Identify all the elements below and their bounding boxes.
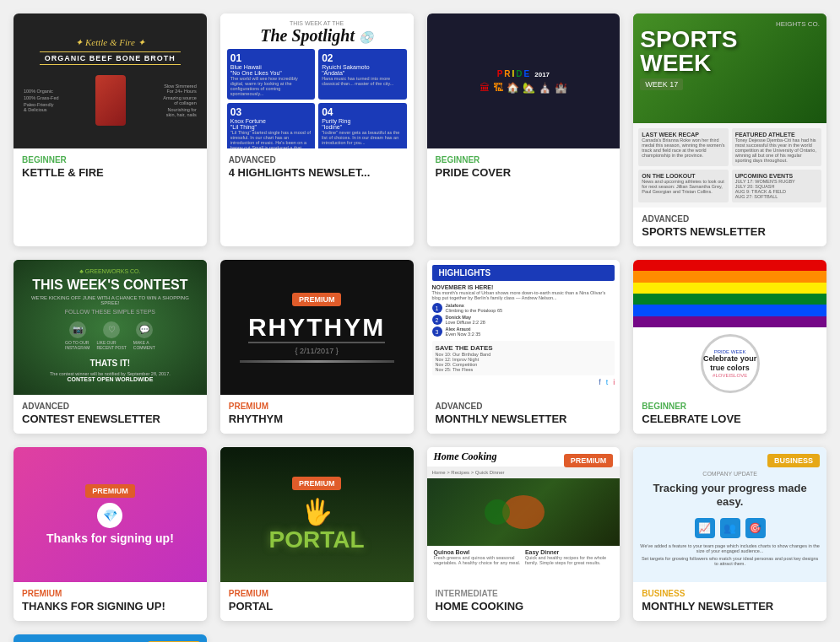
monthly-header: HIGHLIGHTS xyxy=(432,265,615,281)
contest-action-label-3: MAKE ACOMMENT xyxy=(133,340,155,350)
card-progress[interactable]: BUSINESS COMPANY UPDATE Tracking your pr… xyxy=(633,447,826,621)
pride-icons-row: 🏛 🏗 🏠 🏡 ⛪ 🏰 xyxy=(480,82,567,94)
card-info-monthly: ADVANCED MONTHLY NEWSLETTER xyxy=(427,395,621,434)
spotlight-num-1: 01 xyxy=(230,52,312,64)
sports-sections-grid: LAST WEEK RECAP Canada's Brianna Roke wo… xyxy=(638,128,821,202)
rhythym-bar xyxy=(240,360,394,363)
stripe-green xyxy=(633,294,826,305)
contest-comment-icon: 💬 xyxy=(136,321,153,338)
card-info-celebrate: BEGINNER CELEBRATE LOVE xyxy=(633,395,826,434)
card-title-spotlight: 4 HIGHLIGHTS NEWSLET... xyxy=(229,166,405,179)
sports-section-recap-title: LAST WEEK RECAP xyxy=(642,132,724,138)
stripe-orange xyxy=(633,271,826,282)
card-level-sports: ADVANCED xyxy=(642,214,818,224)
sports-section-athlete-title: FEATURED ATHLETE xyxy=(735,132,818,138)
card-info-progress: BUSINESS MONTHLY NEWSLETTER xyxy=(633,582,826,621)
thumbnail-sports: HEIGHTS CO. SPORTSWEEK WEEK 17 xyxy=(633,13,826,123)
template-grid: ✦ Kettle & Fire ✦ ORGANIC BEEF BONE BROT… xyxy=(14,13,826,642)
contest-steps-label: FOLLOW THESE SIMPLE STEPS xyxy=(65,309,155,315)
badge-cooking: PREMIUM xyxy=(564,454,614,467)
card-title-rhythym: RHYTHYM xyxy=(229,413,405,425)
spotlight-desc-1: The world will see how incredibly digita… xyxy=(230,76,312,96)
card-sports[interactable]: HEIGHTS CO. SPORTSWEEK WEEK 17 LAST WEEK… xyxy=(633,13,826,246)
progress-icons-row: 📈 👥 🎯 xyxy=(640,518,820,538)
card-info-pride: BEGINNER PRIDE COVER xyxy=(427,148,621,187)
cooking-content-cols: Quinoa Bowl Fresh greens and quinoa with… xyxy=(427,546,621,569)
rainbow-stripes xyxy=(633,260,826,327)
spotlight-name-3: Knox Fortune xyxy=(230,118,312,124)
card-level-progress: BUSINESS xyxy=(642,589,818,598)
card-contest[interactable]: ♣ GREENWORKS CO. THIS WEEK'S CONTEST WE'… xyxy=(14,260,207,434)
card-celebrate[interactable]: PRIDE WEEK Celebrate yourtrue colors #LO… xyxy=(633,260,826,434)
spotlight-desc-3: "Lil Thing" started single has a mood of… xyxy=(230,130,312,148)
cooking-col-1-text: Fresh greens and quinoa with seasonal ve… xyxy=(434,555,522,565)
card-newweek[interactable]: BUSINESS NEW THIS WEEK 🐶 5 NEW TREATS JU… xyxy=(14,634,207,642)
card-portal[interactable]: PREMIUM 🖐 PORTAL PREMIUM PORTAL xyxy=(220,447,414,621)
sports-content: HEIGHTS CO. SPORTSWEEK WEEK 17 xyxy=(633,13,826,97)
celebrate-content: PRIDE WEEK Celebrate yourtrue colors #LO… xyxy=(633,327,826,395)
kettle-product-name: ORGANIC BEEF BONE BROTH xyxy=(40,51,181,65)
card-thanks[interactable]: PREMIUM 💎 Thanks for signing up! PREMIUM… xyxy=(14,447,207,621)
stripe-red xyxy=(633,260,826,271)
sports-section-events: UPCOMING EVENTS JULY 17: WOMEN'S RUGBYJU… xyxy=(732,170,821,202)
contest-action-label-2: LIKE OURRECENT POST xyxy=(96,340,126,350)
sports-section-events-text: JULY 17: WOMEN'S RUGBYJULY 20: SQUASHAUG… xyxy=(735,179,818,199)
spotlight-title: The Spotlight 💿 xyxy=(227,26,407,46)
card-title-sports: SPORTS NEWSLETTER xyxy=(642,225,818,238)
card-level-monthly: ADVANCED xyxy=(436,402,612,411)
card-title-contest: CONTEST ENEWSLETTER xyxy=(22,413,198,425)
kettle-product-image xyxy=(95,75,126,126)
celebrate-hashtag: #LOVEISLOVE xyxy=(713,373,747,378)
celebrate-circle: PRIDE WEEK Celebrate yourtrue colors #LO… xyxy=(701,334,760,393)
cooking-top-bar: Home > Recipes > Quick Dinner xyxy=(427,467,621,478)
pride-title-row: P R I D E 2017 xyxy=(497,69,550,78)
card-kettle-fire[interactable]: ✦ Kettle & Fire ✦ ORGANIC BEEF BONE BROT… xyxy=(14,13,207,246)
thumbnail-cooking: PREMIUM Home Cooking ⊞ ≡ Home > Recipes … xyxy=(427,447,621,582)
pride-r: R xyxy=(504,69,510,78)
card-info-spotlight: ADVANCED 4 HIGHLIGHTS NEWSLET... xyxy=(220,148,414,187)
monthly-save-dates: SAVE THE DATES Nov 10: Our Birthday Band… xyxy=(432,341,615,375)
pride-p: P xyxy=(497,69,503,78)
card-monthly[interactable]: HIGHLIGHTS NOVEMBER IS HERE! This month'… xyxy=(427,260,621,434)
sports-section-athlete-text: Toney Dejesse Djemba-Citi has had his mo… xyxy=(735,138,818,163)
kettle-rbullet-1: Slow SimmeredFor 24+ Hours xyxy=(163,84,196,94)
celebrate-main: Celebrate yourtrue colors xyxy=(703,354,756,373)
spotlight-header: THIS WEEK AT THE xyxy=(227,20,407,26)
card-level-celebrate: BEGINNER xyxy=(642,402,818,411)
card-rhythym[interactable]: PREMIUM RHYTHYM { 2/11/2017 } PREMIUM RH… xyxy=(220,260,414,434)
card-title-thanks: THANKS FOR SIGNING UP! xyxy=(22,600,198,612)
card-info-portal: PREMIUM PORTAL xyxy=(220,582,414,621)
spotlight-desc-2: Hana music has turned into more classica… xyxy=(322,76,403,86)
progress-people-icon: 👥 xyxy=(720,518,740,538)
card-spotlight[interactable]: THIS WEEK AT THE The Spotlight 💿 01 Blue… xyxy=(220,13,414,246)
pride-e: E xyxy=(524,69,530,78)
kettle-bullet-3: Paleo-Friendly& Delicious xyxy=(24,102,59,112)
badge-thanks: PREMIUM xyxy=(85,484,135,498)
card-title-portal: PORTAL xyxy=(229,600,405,612)
monthly-item-text-1: JalafonxClimbing to the Potaloop 65 xyxy=(446,303,503,313)
contest-logo: ♣ GREENWORKS CO. xyxy=(79,268,140,274)
cooking-title-text: Home Cooking xyxy=(434,450,497,463)
sports-big-title: SPORTSWEEK xyxy=(640,28,820,75)
progress-badge-row: BUSINESS xyxy=(640,454,820,467)
stripe-purple xyxy=(633,316,826,327)
pride-year: 2017 xyxy=(534,71,550,78)
progress-company: COMPANY UPDATE xyxy=(640,471,820,477)
portal-hand-icon: 🖐 xyxy=(301,497,333,526)
contest-action-label-1: GO TO OURINSTAGRAM xyxy=(65,340,89,350)
card-cooking[interactable]: PREMIUM Home Cooking ⊞ ≡ Home > Recipes … xyxy=(427,447,621,621)
monthly-num-3: 3 xyxy=(432,326,442,337)
kettle-bullet-2: 100% Grass-Fed xyxy=(24,95,59,100)
card-title-progress: MONTHLY NEWSLETTER xyxy=(642,600,818,612)
card-level-cooking: INTERMEDIATE xyxy=(436,589,612,598)
pride-icon-5: ⛪ xyxy=(539,82,551,94)
thumbnail-portal: PREMIUM 🖐 PORTAL xyxy=(220,447,414,582)
card-pride[interactable]: P R I D E 2017 🏛 🏗 🏠 🏡 ⛪ 🏰 BEGINNER xyxy=(427,13,621,246)
card-info-rhythym: PREMIUM RHYTHYM xyxy=(220,395,414,434)
spotlight-name-1: Blue Hawaii xyxy=(230,64,312,70)
badge-progress: BUSINESS xyxy=(767,454,820,467)
progress-cta-text: Set targets for growing followers who ma… xyxy=(640,556,820,566)
sports-section-lookout-text: News and upcoming athletes to look out f… xyxy=(642,179,724,194)
card-info-contest: ADVANCED CONTEST ENEWSLETTER xyxy=(14,395,207,434)
thumbnail-progress: BUSINESS COMPANY UPDATE Tracking your pr… xyxy=(633,447,826,582)
